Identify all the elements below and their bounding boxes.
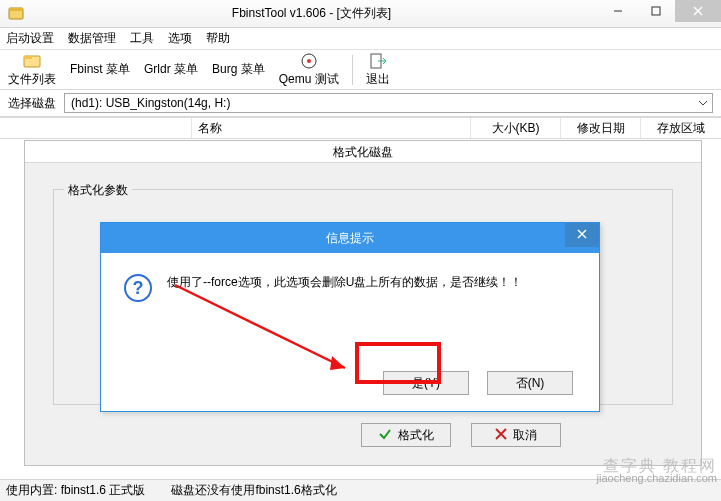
disk-row: 选择磁盘 (hd1): USB_Kingston(14g, H:) — [0, 90, 721, 116]
tool-fbinst-label: Fbinst 菜单 — [70, 61, 130, 78]
tool-burg-menu[interactable]: Burg 菜单 — [208, 61, 269, 78]
menu-tools[interactable]: 工具 — [130, 30, 154, 47]
message-dialog-title: 信息提示 — [326, 230, 374, 247]
menu-options[interactable]: 选项 — [168, 30, 192, 47]
yes-button[interactable]: 是(Y) — [383, 371, 469, 395]
disk-select[interactable]: (hd1): USB_Kingston(14g, H:) — [64, 93, 713, 113]
tool-grldr-label: Grldr 菜单 — [144, 61, 198, 78]
message-body: ? 使用了--force选项，此选项会删除U盘上所有的数据，是否继续！！ — [101, 253, 599, 306]
columns-header: 名称 大小(KB) 修改日期 存放区域 — [0, 117, 721, 139]
format-dialog-title: 格式化磁盘 — [25, 141, 701, 163]
no-button[interactable]: 否(N) — [487, 371, 573, 395]
tool-file-list[interactable]: 文件列表 — [4, 52, 60, 88]
tool-qemu-test[interactable]: Qemu 测试 — [275, 52, 343, 88]
svg-rect-3 — [652, 7, 660, 15]
message-dialog: 信息提示 ? 使用了--force选项，此选项会删除U盘上所有的数据，是否继续！… — [100, 222, 600, 412]
tool-exit[interactable]: 退出 — [362, 52, 394, 88]
check-icon — [378, 427, 392, 444]
col-name[interactable]: 名称 — [192, 118, 471, 138]
toolbar-separator — [352, 55, 353, 85]
qemu-icon — [300, 52, 318, 70]
menubar: 启动设置 数据管理 工具 选项 帮助 — [0, 28, 721, 50]
cancel-button[interactable]: 取消 — [471, 423, 561, 447]
chevron-down-icon — [698, 97, 708, 111]
message-text: 使用了--force选项，此选项会删除U盘上所有的数据，是否继续！！ — [167, 273, 522, 292]
message-close-button[interactable] — [565, 223, 599, 247]
col-size[interactable]: 大小(KB) — [471, 118, 561, 138]
disk-select-value: (hd1): USB_Kingston(14g, H:) — [71, 96, 230, 110]
status-seg-2: 磁盘还没有使用fbinst1.6格式化 — [171, 482, 336, 499]
message-dialog-titlebar: 信息提示 — [101, 223, 599, 253]
tool-exit-label: 退出 — [366, 71, 390, 88]
tool-grldr-menu[interactable]: Grldr 菜单 — [140, 61, 202, 78]
content-area: 名称 大小(KB) 修改日期 存放区域 — [0, 116, 721, 139]
minimize-button[interactable] — [599, 0, 637, 22]
close-icon — [577, 228, 587, 242]
svg-point-9 — [307, 59, 311, 63]
question-icon: ? — [123, 273, 153, 306]
watermark-line2: jiaocheng.chazidian.com — [597, 472, 717, 485]
x-icon — [495, 428, 507, 443]
menu-help[interactable]: 帮助 — [206, 30, 230, 47]
folder-icon — [23, 52, 41, 70]
window-title: FbinstTool v1.606 - [文件列表] — [24, 5, 599, 22]
format-params-label: 格式化参数 — [64, 182, 132, 199]
svg-rect-7 — [24, 56, 32, 59]
message-buttons: 是(Y) 否(N) — [383, 371, 573, 395]
watermark-line1: 查字典 教程网 — [597, 459, 717, 472]
tool-burg-label: Burg 菜单 — [212, 61, 265, 78]
yes-button-label: 是(Y) — [412, 375, 440, 392]
window-controls — [599, 0, 721, 27]
col-region[interactable]: 存放区域 — [641, 118, 721, 138]
toolbar: 文件列表 Fbinst 菜单 Grldr 菜单 Burg 菜单 Qemu 测试 … — [0, 50, 721, 90]
tool-file-list-label: 文件列表 — [8, 71, 56, 88]
format-button-label: 格式化 — [398, 427, 434, 444]
titlebar: FbinstTool v1.606 - [文件列表] — [0, 0, 721, 28]
status-seg-1: 使用内置: fbinst1.6 正式版 — [6, 482, 145, 499]
no-button-label: 否(N) — [516, 375, 545, 392]
menu-startup[interactable]: 启动设置 — [6, 30, 54, 47]
watermark: 查字典 教程网 jiaocheng.chazidian.com — [597, 459, 717, 485]
col-blank[interactable] — [0, 118, 192, 138]
cancel-button-label: 取消 — [513, 427, 537, 444]
svg-rect-1 — [9, 8, 23, 11]
format-button[interactable]: 格式化 — [361, 423, 451, 447]
tool-fbinst-menu[interactable]: Fbinst 菜单 — [66, 61, 134, 78]
maximize-button[interactable] — [637, 0, 675, 22]
menu-data[interactable]: 数据管理 — [68, 30, 116, 47]
exit-icon — [369, 52, 387, 70]
svg-text:?: ? — [133, 278, 144, 298]
app-icon — [8, 6, 24, 22]
disk-label: 选择磁盘 — [8, 95, 56, 112]
close-button[interactable] — [675, 0, 721, 22]
col-mtime[interactable]: 修改日期 — [561, 118, 641, 138]
tool-qemu-label: Qemu 测试 — [279, 71, 339, 88]
